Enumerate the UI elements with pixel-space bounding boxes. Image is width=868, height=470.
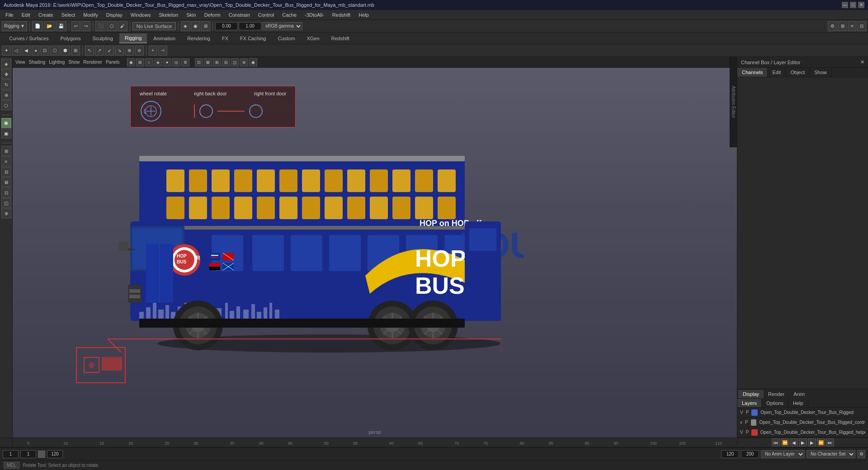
t2-icon12[interactable]: ↘: [115, 46, 124, 56]
timeline-end-input[interactable]: [721, 450, 739, 458]
t2-icon3[interactable]: ◀: [22, 46, 31, 56]
tab-rigging[interactable]: Rigging: [119, 33, 147, 43]
vp-menu-show[interactable]: Show: [68, 60, 80, 65]
layer-tab-layers[interactable]: Layers: [737, 399, 762, 407]
range-end-input[interactable]: [47, 450, 63, 458]
vp-res2[interactable]: ⊠: [204, 58, 212, 66]
display-tab-render[interactable]: Render: [764, 390, 789, 398]
tl-prev-key[interactable]: ⏪: [781, 438, 789, 446]
tab-redshift[interactable]: Redshift: [326, 33, 355, 43]
t2-icon7[interactable]: ⬢: [61, 46, 70, 56]
close-button[interactable]: ✕: [858, 2, 864, 8]
menu-help[interactable]: Help: [355, 11, 373, 19]
t2-icon11[interactable]: ↙: [105, 46, 114, 56]
layer-tab-options[interactable]: Options: [762, 399, 788, 407]
vp-res5[interactable]: ◫: [231, 58, 239, 66]
no-live-surface-btn[interactable]: No Live Surface: [132, 22, 176, 30]
t2-icon16[interactable]: ⊣: [158, 46, 167, 56]
vp-icon1[interactable]: ⊞: [136, 58, 144, 66]
layer-tab-help[interactable]: Help: [788, 399, 808, 407]
menu-constrain[interactable]: Constrain: [225, 11, 254, 19]
t2-icon1[interactable]: ✦: [2, 46, 11, 56]
t2-icon4[interactable]: ◂: [32, 46, 39, 56]
tl-next-key[interactable]: ⏩: [817, 438, 825, 446]
t2-icon14[interactable]: ⊘: [135, 46, 144, 56]
vp-res1[interactable]: ⊡: [195, 58, 203, 66]
lasso-btn[interactable]: ⬡: [107, 21, 117, 31]
menu-edit[interactable]: Edit: [18, 11, 34, 19]
tl-skip-end[interactable]: ⏭: [826, 438, 834, 446]
t2-icon2[interactable]: ◁: [12, 46, 21, 56]
tl-play[interactable]: ▶: [799, 438, 807, 446]
vp-icon4[interactable]: ●: [163, 58, 171, 66]
rt-btn3[interactable]: ≡: [848, 21, 856, 31]
vp-hud[interactable]: ⊕: [240, 58, 248, 66]
t2-icon15[interactable]: +: [149, 46, 157, 56]
t2-icon5[interactable]: ⊡: [40, 46, 49, 56]
panel3-btn[interactable]: ⊟: [1, 167, 11, 177]
snap3-btn[interactable]: ⊞: [201, 21, 210, 31]
display-tab-display[interactable]: Display: [738, 390, 764, 398]
value2-input[interactable]: [239, 22, 261, 30]
layer-item[interactable]: V P Open_Top_Double_Decker_Tour_Bus_Rigg…: [737, 408, 868, 418]
menu-deform[interactable]: Deform: [201, 11, 224, 19]
vp-menu-view[interactable]: View: [15, 60, 25, 65]
tab-custom[interactable]: Custom: [273, 33, 301, 43]
tab-polygons[interactable]: Polygons: [55, 33, 86, 43]
vp-menu-lighting[interactable]: Lighting: [49, 60, 65, 65]
open-file-btn[interactable]: 📂: [44, 21, 55, 31]
menu-file[interactable]: File: [2, 11, 17, 19]
menu-create[interactable]: Create: [35, 11, 57, 19]
save-file-btn[interactable]: 💾: [56, 21, 66, 31]
menu-select[interactable]: Select: [58, 11, 79, 19]
select-tool-btn[interactable]: ⬛: [95, 21, 106, 31]
rotate-btn[interactable]: ↻: [1, 80, 11, 89]
vp-menu-panels[interactable]: Panels: [106, 60, 120, 65]
panel7-btn[interactable]: ⊕: [1, 208, 11, 218]
preferences-btn[interactable]: ⚙: [857, 450, 865, 458]
t2-icon8[interactable]: ⊞: [71, 46, 80, 56]
vp-icon6[interactable]: ⚙: [181, 58, 189, 66]
snap2-btn[interactable]: ◉: [191, 21, 200, 31]
rt-btn4[interactable]: ⊡: [857, 21, 866, 31]
vp-menu-shading[interactable]: Shading: [29, 60, 46, 65]
tab-rendering[interactable]: Rendering: [182, 33, 216, 43]
t2-icon10[interactable]: ↗: [95, 46, 104, 56]
panel2-btn[interactable]: ≡: [1, 156, 11, 166]
value1-input[interactable]: [215, 22, 238, 30]
range-start-input[interactable]: [20, 450, 36, 458]
timeline-ruler[interactable]: 5 10 15 20 25 30 35 40 45 50 55 60 65 70…: [13, 437, 737, 447]
menu-cache[interactable]: Cache: [278, 11, 300, 19]
vp-render-icon[interactable]: ◉: [249, 58, 257, 66]
timeline-max-input[interactable]: [741, 450, 759, 458]
attr-editor-tab[interactable]: Attributes Editor: [730, 57, 737, 147]
rp-close-btn[interactable]: ✕: [860, 59, 864, 65]
display-tab-anim[interactable]: Anim: [789, 390, 809, 398]
paint-btn[interactable]: 🖌: [118, 21, 127, 31]
viewport-canvas[interactable]: wheel rotate right back door right front…: [13, 68, 737, 437]
tl-next-frame[interactable]: ▶: [808, 438, 816, 446]
undo-btn[interactable]: ↩: [71, 21, 80, 31]
snap1-btn[interactable]: ◈: [181, 21, 190, 31]
mode-dropdown[interactable]: Rigging ▼: [2, 21, 27, 31]
vp-icon2[interactable]: ○: [145, 58, 153, 66]
layer-item[interactable]: v P Open_Top_Double_Decker_Tour_Bus_Rigg…: [737, 418, 868, 428]
menu-redshift[interactable]: Redshift: [329, 11, 354, 19]
vp-icon3[interactable]: ◈: [154, 58, 162, 66]
tab-sculpting[interactable]: Sculpting: [87, 33, 118, 43]
rp-tab-edit[interactable]: Edit: [768, 68, 786, 77]
tab-curves-surfaces[interactable]: Curves / Surfaces: [4, 33, 54, 43]
color-swatch[interactable]: [38, 451, 45, 458]
vp-menu-renderer[interactable]: Renderer: [83, 60, 102, 65]
maximize-button[interactable]: □: [850, 2, 856, 8]
menu-control[interactable]: Control: [255, 11, 278, 19]
new-file-btn[interactable]: 📄: [32, 21, 43, 31]
tab-fx[interactable]: FX: [217, 33, 234, 43]
rp-tab-channels[interactable]: Channels: [737, 68, 768, 77]
gamma-select[interactable]: sRGB gamma: [262, 22, 302, 30]
tab-xgen[interactable]: XGen: [301, 33, 325, 43]
select-btn[interactable]: ◈: [1, 59, 11, 69]
panel5-btn[interactable]: ⊡: [1, 188, 11, 197]
panel6-btn[interactable]: ◫: [1, 198, 11, 208]
menu-display[interactable]: Display: [103, 11, 126, 19]
